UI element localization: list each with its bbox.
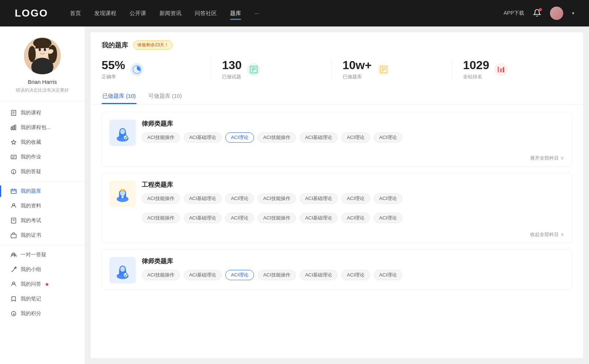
qbank-tag[interactable]: ACI理论 — [225, 213, 254, 223]
sidebar-menu-icon — [10, 217, 17, 224]
sidebar-item-我的笔记[interactable]: 我的笔记 — [0, 292, 85, 306]
sidebar-item-我的课程[interactable]: 我的课程 — [0, 106, 85, 120]
tabs-bar: 已做题库 (10)可做题库 (10) — [91, 89, 583, 104]
qbank-tag[interactable]: ACI理论 — [341, 132, 370, 143]
sidebar-item-label: 我的课程包... — [21, 124, 51, 131]
svg-point-7 — [28, 46, 36, 62]
qbank-expand[interactable]: 展开全部科目 ∨ — [102, 152, 572, 167]
qbank-tag[interactable]: ACI理论 — [225, 270, 254, 280]
nav-menu: 首页发现课程公开课新闻资讯问答社区题库··· — [70, 8, 504, 18]
notification-dot — [539, 8, 542, 11]
qbank-info: 律师类题库 ACI技能操作ACI基础理论ACI理论ACI技能操作ACI基础理论A… — [142, 257, 402, 280]
qbank-tag[interactable]: ACI理论 — [341, 193, 370, 204]
sidebar-menu-icon — [10, 281, 17, 288]
nav-item-题库[interactable]: 题库 — [230, 8, 241, 18]
sidebar-item-label: 我的小组 — [21, 266, 41, 273]
svg-rect-31 — [11, 234, 16, 238]
sidebar-item-label: 我的问答 — [21, 281, 41, 288]
nav-item-首页[interactable]: 首页 — [70, 8, 81, 18]
qbank-tag[interactable]: ACI基础理论 — [184, 193, 222, 204]
sidebar-item-我的小组[interactable]: 我的小组 — [0, 262, 85, 277]
qbank-tag[interactable]: ACI理论 — [374, 132, 402, 143]
qbank-tag[interactable]: ACI理论 — [225, 193, 254, 204]
sidebar-item-一对一答疑[interactable]: 一对一答疑 — [0, 247, 85, 262]
navbar-right: APP下载 ▾ — [504, 7, 574, 20]
tab-item-0[interactable]: 已做题库 (10) — [102, 89, 137, 104]
qbank-card-header: 工程类题库 ACI技能操作ACI基础理论ACI理论ACI技能操作ACI基础理论A… — [102, 173, 572, 213]
qbank-tag[interactable]: ACI基础理论 — [300, 270, 338, 280]
sidebar-item-label: 我的收藏 — [21, 139, 41, 146]
qbank-tag[interactable]: ACI基础理论 — [300, 213, 338, 223]
qbank-tag[interactable]: ACI基础理论 — [300, 132, 338, 143]
qbank-tag[interactable]: ACI技能操作 — [258, 132, 296, 143]
sidebar-item-label: 我的资料 — [21, 203, 41, 209]
qbank-expand[interactable]: 收起全部科目 ∧ — [102, 228, 572, 243]
sidebar-item-label: 我的考试 — [21, 217, 41, 224]
tab-item-1[interactable]: 可做题库 (10) — [148, 89, 183, 104]
sidebar-menu: 我的课程我的课程包...我的收藏我的作业我的答疑我的题库我的资料我的考试我的证书… — [0, 101, 85, 325]
qbank-tag[interactable]: ACI技能操作 — [142, 270, 180, 280]
qbank-tag[interactable]: ACI技能操作 — [142, 213, 180, 223]
logo[interactable]: LOGO — [15, 7, 48, 19]
qbank-tag[interactable]: ACI技能操作 — [258, 213, 296, 223]
svg-rect-49 — [500, 68, 502, 72]
nav-item-发现课程[interactable]: 发现课程 — [94, 8, 116, 18]
sidebar-menu-icon — [10, 232, 17, 239]
qbank-tag[interactable]: ACI理论 — [341, 213, 370, 223]
qbank-tag[interactable]: ACI技能操作 — [142, 193, 180, 204]
qbank-title: 律师类题库 — [142, 257, 402, 265]
qbank-tag[interactable]: ACI基础理论 — [184, 213, 222, 223]
qbank-card-header: 律师类题库 ACI技能操作ACI基础理论ACI理论ACI技能操作ACI基础理论A… — [102, 250, 572, 289]
svg-rect-50 — [503, 67, 504, 72]
qbank-tag[interactable]: ACI基础理论 — [300, 193, 338, 204]
sidebar-item-我的考试[interactable]: 我的考试 — [0, 213, 85, 228]
avatar[interactable] — [550, 7, 563, 20]
stat-label: 全站排名 — [463, 74, 489, 80]
stat-icon — [247, 63, 260, 76]
stat-number: 1029 — [463, 58, 489, 72]
qbank-tags-row2: ACI技能操作ACI基础理论ACI理论ACI技能操作ACI基础理论ACI理论AC… — [102, 213, 572, 228]
stats-row: 55% 正确率 130 已做试题 10w+ 已做题库 1029 全站排名 — [91, 50, 583, 89]
sidebar-menu-icon — [10, 188, 17, 195]
nav-item-新闻资讯[interactable]: 新闻资讯 — [159, 8, 181, 18]
sidebar-menu-icon — [10, 168, 17, 175]
sidebar-item-我的收藏[interactable]: 我的收藏 — [0, 135, 85, 150]
sidebar-item-我的积分[interactable]: ★我的积分 — [0, 306, 85, 321]
qbank-icon — [109, 119, 136, 146]
app-download-button[interactable]: APP下载 — [504, 10, 524, 17]
sidebar-item-我的作业[interactable]: 我的作业 — [0, 150, 85, 164]
svg-point-22 — [13, 172, 14, 173]
qbank-tag[interactable]: ACI理论 — [225, 132, 254, 143]
user-menu-chevron[interactable]: ▾ — [572, 11, 574, 16]
sidebar-item-我的题库[interactable]: 我的题库 — [0, 184, 85, 199]
svg-rect-48 — [498, 67, 499, 72]
qbank-tag[interactable]: ACI理论 — [374, 213, 402, 223]
stat-icon — [377, 63, 390, 76]
qbank-tag[interactable]: ACI理论 — [374, 193, 402, 204]
svg-text:★: ★ — [13, 313, 15, 316]
qbank-tag[interactable]: ACI理论 — [341, 270, 370, 280]
qbank-title: 工程类题库 — [142, 181, 402, 189]
qbank-tag[interactable]: ACI技能操作 — [258, 270, 296, 280]
sidebar-item-我的答疑[interactable]: 我的答疑 — [0, 164, 85, 179]
svg-point-8 — [33, 38, 52, 48]
qbank-tag[interactable]: ACI基础理论 — [184, 132, 222, 143]
qbank-tag[interactable]: ACI技能操作 — [258, 193, 296, 204]
sidebar-item-我的资料[interactable]: 我的资料 — [0, 199, 85, 213]
sidebar-item-label: 我的课程 — [21, 110, 41, 116]
qbank-tag[interactable]: ACI基础理论 — [184, 270, 222, 280]
qbank-tag[interactable]: ACI理论 — [374, 270, 402, 280]
sidebar-item-我的证书[interactable]: 我的证书 — [0, 228, 85, 243]
sidebar-divider — [0, 181, 85, 182]
nav-item-公开课[interactable]: 公开课 — [130, 8, 146, 18]
page-header: 我的题库 体验剩余23天！ — [91, 32, 583, 50]
qbank-tag[interactable]: ACI技能操作 — [142, 132, 180, 143]
nav-item-问答社区[interactable]: 问答社区 — [195, 8, 217, 18]
sidebar-menu-icon — [10, 266, 17, 273]
svg-rect-61 — [121, 189, 124, 191]
nav-item-···[interactable]: ··· — [254, 8, 259, 18]
sidebar-item-我的问答[interactable]: 我的问答 — [0, 277, 85, 292]
sidebar-item-我的课程包...[interactable]: 我的课程包... — [0, 120, 85, 135]
sidebar-item-label: 我的答疑 — [21, 168, 41, 175]
notification-bell[interactable] — [533, 9, 541, 18]
